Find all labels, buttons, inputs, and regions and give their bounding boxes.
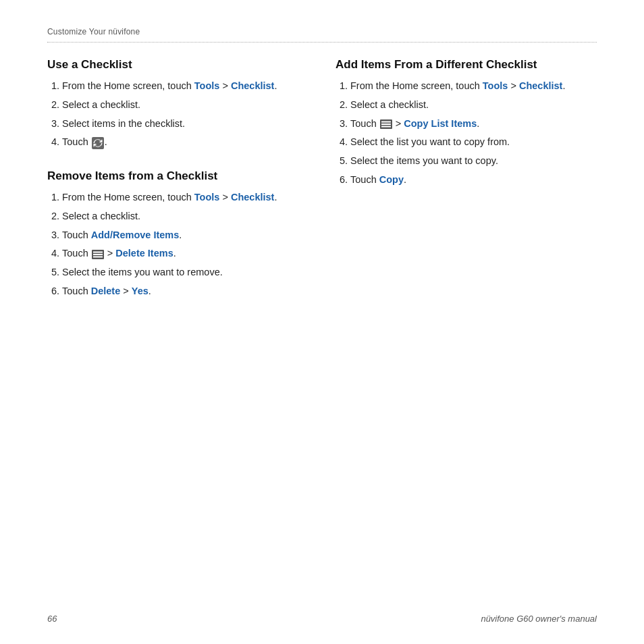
yes-link: Yes [132,286,149,296]
section-title-add-items: Add Items From a Different Checklist [336,57,597,72]
menu-icon [92,250,104,259]
copy-link: Copy [379,174,404,185]
page-footer: 66 nüvifone G60 owner's manual [47,614,597,624]
list-item: Touch > Delete Items. [62,246,308,261]
checklist-link-2: Checklist [231,192,274,203]
page-number: 66 [47,614,57,624]
header-text: Customize Your nüvifone [47,27,140,36]
tools-link: Tools [194,80,220,91]
svg-rect-2 [93,251,103,252]
content-area: Use a Checklist From the Home screen, to… [47,57,597,318]
list-item: Touch Copy. [350,173,597,188]
steps-add-items-different: From the Home screen, touch Tools > Chec… [336,79,597,188]
list-item: Select a checklist. [62,98,308,113]
section-title-remove-items: Remove Items from a Checklist [47,169,308,184]
list-item: Select a checklist. [350,98,597,113]
page-container: Customize Your nüvifone Use a Checklist … [0,0,644,644]
list-item: From the Home screen, touch Tools > Chec… [350,79,597,94]
svg-rect-7 [381,124,391,125]
list-item: Select the items you want to remove. [62,265,308,280]
page-header: Customize Your nüvifone [47,27,597,43]
left-column: Use a Checklist From the Home screen, to… [47,57,329,318]
svg-rect-8 [381,126,391,127]
svg-rect-4 [93,256,103,257]
svg-rect-6 [381,121,391,122]
list-item: Select a checklist. [62,209,308,224]
checklist-link: Checklist [231,80,274,91]
steps-use-checklist: From the Home screen, touch Tools > Chec… [47,79,308,150]
copy-list-items-link: Copy List Items [404,118,477,129]
section-title-use-checklist: Use a Checklist [47,57,308,72]
list-item: Touch > Copy List Items. [350,117,597,132]
list-item: From the Home screen, touch Tools > Chec… [62,190,308,205]
list-item: Select the items you want to copy. [350,154,597,169]
list-item: Touch . [62,135,308,150]
steps-remove-items: From the Home screen, touch Tools > Chec… [47,190,308,299]
tools-link-3: Tools [483,80,508,91]
list-item: Select items in the checklist. [62,117,308,132]
delete-items-link: Delete Items [115,248,173,259]
right-column: Add Items From a Different Checklist Fro… [329,57,597,318]
svg-rect-3 [93,254,103,255]
menu-icon-2 [380,119,392,129]
manual-title: nüvifone G60 owner's manual [481,614,597,624]
list-item: Touch Delete > Yes. [62,284,308,299]
checklist-link-3: Checklist [519,80,562,91]
list-item: From the Home screen, touch Tools > Chec… [62,79,308,94]
tools-link-2: Tools [194,192,220,203]
list-item: Touch Add/Remove Items. [62,228,308,243]
add-remove-link: Add/Remove Items [91,230,180,240]
section-use-checklist: Use a Checklist From the Home screen, to… [47,57,308,150]
delete-link: Delete [91,286,121,296]
list-item: Select the list you want to copy from. [350,135,597,150]
refresh-icon [92,137,104,149]
section-remove-items: Remove Items from a Checklist From the H… [47,169,308,299]
section-add-items-different: Add Items From a Different Checklist Fro… [336,57,597,188]
